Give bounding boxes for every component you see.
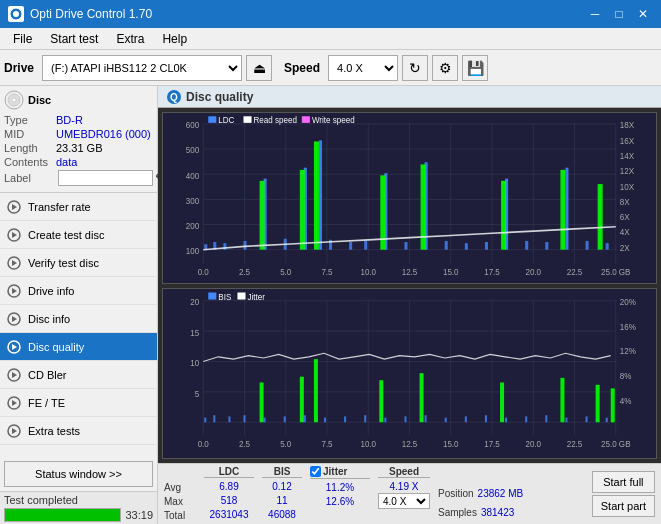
menu-file[interactable]: File bbox=[4, 29, 41, 49]
title-bar-left: Opti Drive Control 1.70 bbox=[8, 6, 152, 22]
stats-ldc-max: 518 bbox=[221, 493, 238, 507]
svg-rect-72 bbox=[243, 241, 246, 250]
stats-ldc-header: LDC bbox=[204, 466, 254, 478]
jitter-checkbox[interactable] bbox=[310, 466, 321, 477]
svg-marker-20 bbox=[12, 400, 17, 406]
disc-type-value: BD-R bbox=[56, 114, 83, 126]
svg-rect-78 bbox=[349, 242, 352, 250]
disc-header-label: Disc bbox=[28, 94, 51, 106]
svg-rect-89 bbox=[565, 168, 568, 250]
svg-text:300: 300 bbox=[186, 195, 200, 205]
sidebar-item-fe-te[interactable]: FE / TE bbox=[0, 389, 157, 417]
svg-rect-153 bbox=[384, 417, 386, 422]
sidebar-item-create-test-disc[interactable]: Create test disc bbox=[0, 221, 157, 249]
svg-text:4%: 4% bbox=[620, 394, 632, 405]
refresh-button[interactable]: ↻ bbox=[402, 55, 428, 81]
sidebar-item-transfer-rate[interactable]: Transfer rate bbox=[0, 193, 157, 221]
close-button[interactable]: ✕ bbox=[633, 4, 653, 24]
stats-content: Avg Max Total LDC 6.89 518 2631043 BIS 0… bbox=[164, 466, 655, 522]
svg-text:15: 15 bbox=[190, 327, 199, 338]
sidebar-item-disc-info[interactable]: Disc info bbox=[0, 305, 157, 333]
position-spacer bbox=[438, 468, 523, 482]
svg-rect-85 bbox=[485, 242, 488, 250]
progress-time: 33:19 bbox=[125, 509, 153, 521]
svg-rect-174 bbox=[208, 292, 216, 299]
svg-rect-145 bbox=[228, 416, 230, 422]
svg-text:14X: 14X bbox=[620, 151, 635, 161]
stats-bis-header: BIS bbox=[262, 466, 302, 478]
position-row: Position 23862 MB bbox=[438, 487, 523, 501]
svg-rect-143 bbox=[204, 417, 206, 422]
svg-text:20.0: 20.0 bbox=[525, 438, 541, 449]
svg-text:Jitter: Jitter bbox=[248, 290, 266, 301]
sidebar-item-verify-test-disc[interactable]: Verify test disc bbox=[0, 249, 157, 277]
speed-select[interactable]: 4.0 X 8.0 X Max bbox=[328, 55, 398, 81]
svg-point-1 bbox=[13, 11, 19, 17]
sidebar-item-drive-info[interactable]: Drive info bbox=[0, 277, 157, 305]
svg-rect-79 bbox=[364, 241, 367, 250]
svg-text:20%: 20% bbox=[620, 296, 636, 307]
nav-items: Transfer rate Create test disc Verify te… bbox=[0, 193, 157, 445]
svg-rect-84 bbox=[465, 243, 468, 250]
svg-rect-104 bbox=[302, 116, 310, 123]
status-text: Test completed bbox=[4, 494, 153, 506]
sidebar-item-extra-tests[interactable]: Extra tests bbox=[0, 417, 157, 445]
extra-tests-label: Extra tests bbox=[28, 425, 80, 437]
sidebar-item-cd-bler[interactable]: CD Bler bbox=[0, 361, 157, 389]
settings-button[interactable]: ⚙ bbox=[432, 55, 458, 81]
samples-label: Samples bbox=[438, 507, 477, 518]
svg-text:22.5: 22.5 bbox=[567, 438, 583, 449]
save-button[interactable]: 💾 bbox=[462, 55, 488, 81]
sidebar-item-disc-quality[interactable]: Disc quality bbox=[0, 333, 157, 361]
svg-rect-88 bbox=[545, 242, 548, 250]
speed-select-stats[interactable]: 4.0 X 8.0 X Max bbox=[378, 493, 430, 509]
status-window-button[interactable]: Status window >> bbox=[4, 461, 153, 487]
charts-area: 600 500 400 300 200 100 18X 16X 14X 12X … bbox=[158, 108, 661, 463]
disc-info-icon bbox=[6, 311, 22, 327]
stats-bis-avg: 0.12 bbox=[272, 479, 291, 493]
menu-help[interactable]: Help bbox=[153, 29, 196, 49]
menu-start-test[interactable]: Start test bbox=[41, 29, 107, 49]
cd-bler-label: CD Bler bbox=[28, 369, 67, 381]
svg-text:10X: 10X bbox=[620, 181, 635, 191]
svg-text:2.5: 2.5 bbox=[239, 267, 250, 277]
svg-rect-165 bbox=[260, 382, 264, 422]
progress-bar-fill bbox=[5, 509, 120, 521]
drive-select[interactable]: (F:) ATAPI iHBS112 2 CL0K bbox=[42, 55, 242, 81]
eject-button[interactable]: ⏏ bbox=[246, 55, 272, 81]
app-title: Opti Drive Control 1.70 bbox=[30, 7, 152, 21]
status-area: Test completed 33:19 bbox=[0, 491, 157, 524]
svg-rect-100 bbox=[208, 116, 216, 123]
start-part-button[interactable]: Start part bbox=[592, 495, 655, 517]
chart-title: Disc quality bbox=[186, 90, 253, 104]
svg-point-4 bbox=[12, 98, 16, 102]
svg-text:7.5: 7.5 bbox=[321, 267, 332, 277]
svg-rect-173 bbox=[611, 388, 615, 422]
svg-marker-16 bbox=[12, 344, 17, 350]
disc-label-field: Label ✎ bbox=[4, 170, 153, 186]
stats-position-col: Position 23862 MB Samples 381423 bbox=[438, 466, 523, 522]
svg-rect-76 bbox=[319, 140, 322, 249]
stats-max-label: Max bbox=[164, 494, 196, 508]
start-full-button[interactable]: Start full bbox=[592, 471, 655, 493]
verify-test-disc-icon bbox=[6, 255, 22, 271]
maximize-button[interactable]: □ bbox=[609, 4, 629, 24]
fe-te-label: FE / TE bbox=[28, 397, 65, 409]
svg-rect-152 bbox=[364, 415, 366, 422]
stats-header-spacer bbox=[164, 466, 196, 480]
svg-rect-144 bbox=[213, 415, 215, 422]
cd-bler-icon bbox=[6, 367, 22, 383]
svg-rect-98 bbox=[560, 170, 565, 250]
minimize-button[interactable]: ─ bbox=[585, 4, 605, 24]
menu-extra[interactable]: Extra bbox=[107, 29, 153, 49]
progress-bar-outer bbox=[4, 508, 121, 522]
disc-label-input[interactable] bbox=[58, 170, 153, 186]
svg-rect-154 bbox=[404, 416, 406, 422]
stats-jitter-max: 12.6% bbox=[326, 494, 354, 508]
disc-mid-label: MID bbox=[4, 128, 56, 140]
stats-jitter-col: Jitter 11.2% 12.6% bbox=[310, 466, 370, 522]
transfer-rate-label: Transfer rate bbox=[28, 201, 91, 213]
chart2-container: 20 15 10 5 20% 16% 12% 8% 4% 0.0 2.5 5.0… bbox=[162, 288, 657, 460]
svg-rect-162 bbox=[565, 417, 567, 422]
svg-rect-99 bbox=[598, 184, 603, 250]
